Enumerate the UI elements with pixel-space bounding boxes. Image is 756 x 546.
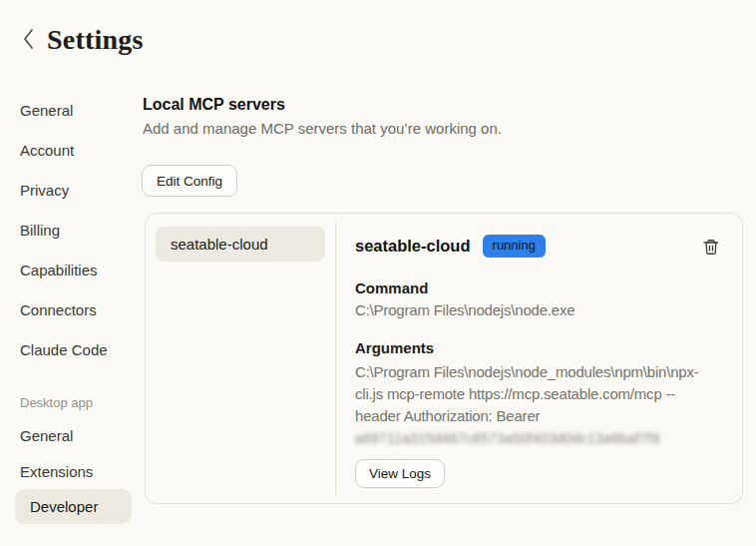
sidebar-item-account[interactable]: Account [0,130,140,170]
header: Settings [20,24,144,56]
arguments-value: C:\Program Files\nodejs\node_modules\npm… [355,361,699,449]
back-button[interactable] [20,26,38,54]
command-label: Command [355,279,428,296]
status-badge: running [483,235,546,258]
page-title: Settings [47,24,144,56]
arguments-line-3: header Authorization: Bearer [355,405,699,427]
section-description: Add and manage MCP servers that you’re w… [143,120,502,137]
sidebar-section-desktop-app: Desktop app [0,387,140,417]
settings-window: { "header": { "title": "Settings" }, "si… [0,0,756,546]
sidebar-item-claude-code[interactable]: Claude Code [0,329,140,369]
server-name: seatable-cloud [355,237,471,256]
mcp-server-card: seatable-cloud seatable-cloud running Co… [145,213,743,504]
section-heading: Local MCP servers [143,96,285,114]
sidebar-item-desktop-general[interactable]: General [0,417,140,453]
sidebar-item-extensions[interactable]: Extensions [0,453,140,489]
server-list-item-seatable-cloud[interactable]: seatable-cloud [156,227,325,262]
command-value: C:\Program Files\nodejs\node.exe [355,301,574,318]
sidebar-item-capabilities[interactable]: Capabilities [0,250,140,289]
sidebar-item-billing[interactable]: Billing [0,210,140,250]
delete-server-button[interactable] [701,238,721,258]
trash-icon [702,245,720,260]
sidebar: General Account Privacy Billing Capabili… [0,90,140,524]
sidebar-item-privacy[interactable]: Privacy [0,170,140,210]
chevron-left-icon [22,27,36,54]
sidebar-item-connectors[interactable]: Connectors [0,289,140,329]
arguments-line-2: cli.js mcp-remote https://mcp.seatable.c… [355,383,699,405]
view-logs-button[interactable]: View Logs [355,459,445,488]
arguments-line-1: C:\Program Files\nodejs\node_modules\npm… [355,361,699,383]
sidebar-item-general[interactable]: General [0,90,140,130]
card-divider [335,222,336,495]
arguments-label: Arguments [355,339,434,356]
redacted-bearer-token: a69711a315d487c8573a50f403d0dc13a6baf7f9 [355,427,699,449]
sidebar-item-developer[interactable]: Developer [15,489,132,524]
edit-config-button[interactable]: Edit Config [142,165,237,197]
server-detail-header: seatable-cloud running [355,235,546,258]
